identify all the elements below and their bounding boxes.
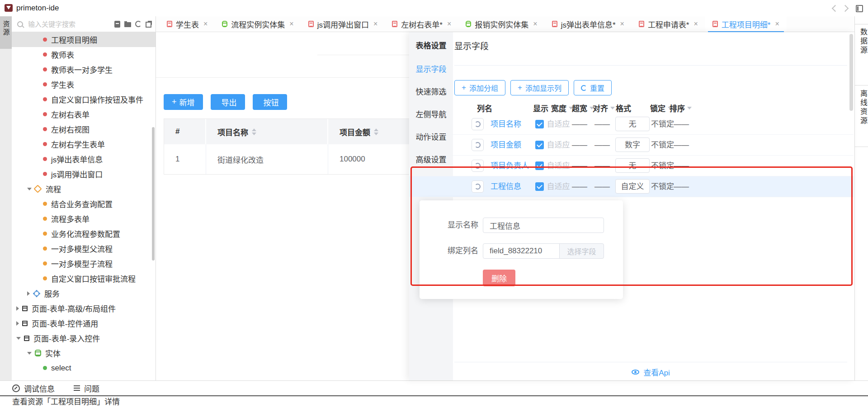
format-select[interactable]: 无 [615,158,650,173]
nav-back-icon[interactable] [832,5,839,12]
refresh-field-button[interactable] [472,139,484,151]
new-folder-icon[interactable] [124,22,131,27]
tree-item[interactable]: 一对多模型子流程 [12,256,156,271]
tree-item[interactable]: select [12,361,156,375]
lock-value[interactable]: 不锁定 [651,135,674,155]
editor-tab[interactable]: 学生表 × [160,16,215,32]
chevron-down-icon[interactable] [610,107,615,109]
caret-icon[interactable] [27,188,32,190]
field-row[interactable]: 项目名称 自适应 —— —— 无 不锁定 —— [409,114,854,135]
tab-close-icon[interactable]: × [620,20,624,28]
field-column-header[interactable]: 超宽 [572,102,594,114]
tree-item[interactable]: 自定义窗口操作按钮及事件 [12,92,156,107]
action-button[interactable]: 新增 [164,94,203,110]
field-name-link[interactable]: 工程信息 [491,176,521,197]
show-checkbox[interactable] [535,120,544,128]
tab-close-icon[interactable]: × [203,20,208,28]
tab-close-icon[interactable]: × [289,20,293,28]
tree-item[interactable]: 教师表一对多学生 [12,62,156,77]
align-value[interactable]: —— [591,114,613,134]
editor-tab[interactable]: js弹出表单信息* × [545,16,632,32]
editor-tab[interactable]: 流程实例实体集 × [215,16,301,32]
overwide-value[interactable]: —— [568,114,591,134]
tree-item[interactable]: 业务化流程参数配置 [12,226,156,241]
sort-asc-icon[interactable] [252,128,256,131]
sort-icons[interactable] [374,128,378,135]
align-value[interactable]: —— [591,156,613,176]
settings-nav-item[interactable]: 表格设置 [409,32,453,52]
field-column-header[interactable]: 对齐 [593,102,615,114]
field-column-header[interactable]: 格式 [616,102,631,114]
sort-value[interactable]: —— [674,135,689,155]
sort-desc-icon[interactable] [374,133,378,135]
field-column-header[interactable]: 列名 [477,102,492,114]
tree-item[interactable]: js调用弹出窗口 [12,166,156,181]
lock-value[interactable]: 不锁定 [651,156,674,176]
tab-close-icon[interactable]: × [533,20,537,28]
editor-tab[interactable]: 报销实例实体集 × [458,16,544,32]
tree-item[interactable]: 左树右视图 [12,122,156,137]
tab-close-icon[interactable]: × [775,20,779,28]
tree-item[interactable]: js弹出表单信息 [12,152,156,166]
activity-tab-resources[interactable]: 资源 [0,16,12,49]
panel-toolbar-button[interactable]: 添加分组 [454,80,505,95]
chevron-down-icon[interactable] [687,107,692,109]
overwide-value[interactable]: —— [568,156,591,176]
tree-item[interactable]: 实体 [12,346,156,361]
tree-item[interactable]: 自定义窗口按钮审批流程 [12,271,156,286]
bind-column-input[interactable] [483,243,560,259]
format-select[interactable]: 自定义 [615,179,650,194]
editor-tab[interactable]: 工程申请表* × [632,16,705,32]
panel-toolbar-button[interactable]: 重置 [574,80,612,95]
settings-nav-item[interactable]: 快速筛选 [409,80,453,102]
tree-item[interactable]: 左树右学生表单 [12,137,156,152]
sort-value[interactable]: —— [674,156,689,176]
issues-button[interactable]: 问题 [84,383,99,394]
column-header[interactable]: 项目名称 [206,119,328,144]
tree-item[interactable]: 流程多表单 [12,211,156,226]
caret-icon[interactable] [16,306,19,311]
tree-item[interactable]: 结合业务查询配置 [12,196,156,211]
collapse-editors-icon[interactable] [146,22,151,28]
width-value[interactable]: 自适应 [545,114,572,134]
panel-toolbar-button[interactable]: 添加显示列 [510,80,569,95]
width-value[interactable]: 自适应 [545,135,572,155]
debug-info-button[interactable]: 调试信息 [24,383,55,394]
caret-icon[interactable] [16,337,21,340]
sort-desc-icon[interactable] [252,133,256,135]
column-header[interactable]: # [164,119,206,144]
show-checkbox[interactable] [535,161,544,170]
field-row[interactable]: 项目金额 自适应 —— —— 数字 不锁定 —— [409,135,854,156]
show-checkbox[interactable] [535,141,544,149]
view-api-link[interactable]: 查看Api [454,365,847,378]
field-name-link[interactable]: 项目负责人 [491,156,529,176]
field-column-header[interactable]: 宽度 [551,102,573,114]
field-column-header[interactable]: 锁定 [650,102,672,114]
tree-item[interactable]: 左树右表单 [12,107,156,122]
export-file-icon[interactable] [114,21,120,28]
tree-item[interactable]: 教师表 [12,47,156,62]
tree-item[interactable]: 页面-表单-高级/布局组件 [12,301,156,316]
lock-value[interactable]: 不锁定 [651,176,674,197]
sort-value[interactable]: —— [674,176,689,197]
refresh-field-button[interactable] [472,118,484,130]
tree-item[interactable]: 页面-表单-录入控件 [12,331,156,346]
nav-forward-icon[interactable] [842,5,849,12]
lock-value[interactable]: 不锁定 [651,114,674,134]
action-button[interactable]: 按钮 [253,94,287,110]
field-row[interactable]: 项目负责人 自适应 —— —— 无 不锁定 —— [409,156,854,176]
tab-close-icon[interactable]: × [447,20,451,28]
editor-tab[interactable]: js调用弹出窗口 × [301,16,385,32]
field-name-link[interactable]: 项目金额 [491,135,521,155]
field-name-link[interactable]: 项目名称 [491,114,521,134]
tree-item[interactable]: 页面-表单-控件通用 [12,316,156,331]
settings-nav-item[interactable]: 显示字段 [409,57,453,80]
tree-item[interactable]: 学生表 [12,77,156,92]
select-field-button[interactable]: 选择字段 [559,243,604,259]
width-value[interactable]: 自适应 [545,176,572,197]
sort-value[interactable]: —— [674,114,689,134]
editor-tab[interactable]: 左树右表单* × [385,16,458,32]
refresh-icon[interactable] [135,21,142,27]
align-value[interactable]: —— [591,135,613,155]
delete-button[interactable]: 删除 [483,270,515,286]
